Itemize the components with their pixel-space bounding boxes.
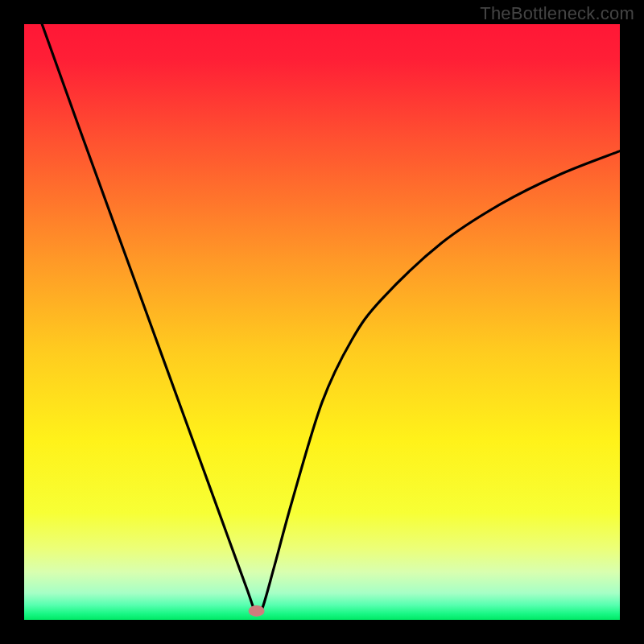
optimum-marker (249, 605, 265, 617)
plot-background (24, 24, 620, 620)
chart-frame: TheBottleneck.com (0, 0, 644, 644)
bottleneck-chart (0, 0, 644, 644)
